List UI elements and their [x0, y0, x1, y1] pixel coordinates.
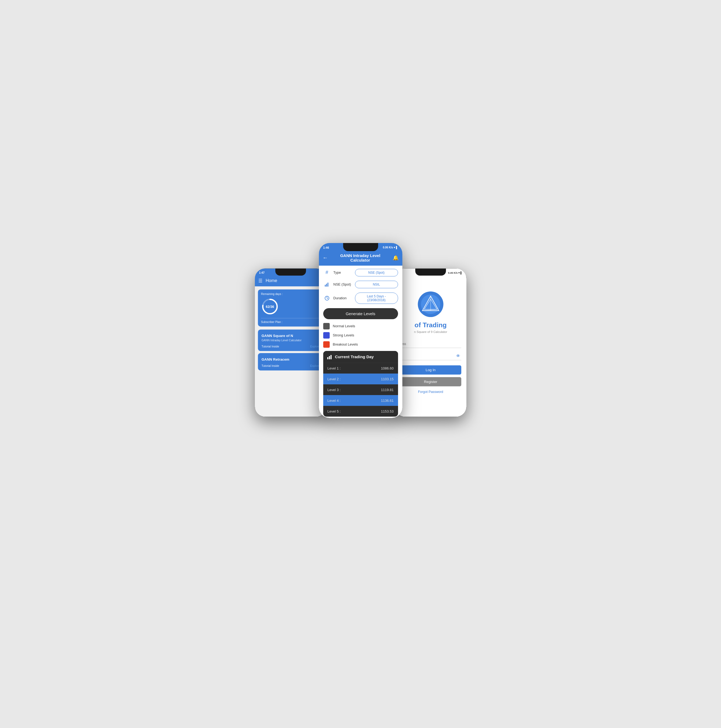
app-subtitle: n Square of 9 Calculator — [414, 330, 447, 333]
trading-card: Current Trading Day Level 1 : 1086.60 Le… — [323, 351, 398, 417]
nse-icon — [323, 281, 331, 288]
wifi-icon-right: ▾ — [458, 271, 460, 274]
svg-rect-3 — [325, 285, 326, 287]
nse-value[interactable]: NSIL — [355, 281, 398, 288]
svg-line-8 — [327, 298, 328, 299]
hamburger-icon[interactable]: ☰ — [259, 278, 262, 283]
wifi-icon: ▾ — [394, 246, 395, 249]
type-label: Type — [334, 271, 352, 275]
phone-center: 1:46 0.06 K/s ▾ ▌ ← GANN Intraday Level … — [319, 243, 403, 418]
time-left: 1:47 — [259, 271, 265, 274]
app-name: of Trading — [415, 321, 447, 329]
duration-label: Duration — [334, 296, 352, 300]
password-input[interactable] — [400, 352, 461, 360]
trading-chart-icon — [327, 354, 332, 359]
password-wrapper: 👁 — [400, 352, 461, 360]
clock-icon — [323, 294, 331, 302]
level-1-label: Level 1 : — [328, 366, 341, 370]
trading-card-title: Current Trading Day — [335, 355, 374, 359]
normal-label: Normal Levels — [333, 324, 355, 328]
nse-label: NSE (Spot) — [334, 282, 352, 286]
login-button[interactable]: Log In — [400, 365, 461, 374]
strong-color-box — [323, 332, 330, 339]
svg-rect-5 — [328, 283, 328, 287]
level-2-value: 1103.15 — [381, 377, 394, 381]
level-3-label: Level 3 : — [328, 388, 341, 392]
level-row-3: Level 3 : 1119.81 — [323, 384, 398, 395]
back-button[interactable]: ← — [323, 255, 328, 261]
signal-center: 0.06 K/s — [383, 246, 393, 249]
explore-link-1[interactable]: Explore — [310, 345, 320, 348]
time-center: 1:46 — [323, 246, 329, 249]
scene: 1:47 📷 ☰ Home Remaining days : 62/36 — [253, 243, 468, 485]
card-gann-footer: Tutorial Inside Explore — [261, 345, 320, 348]
bell-icon[interactable]: 🔔 — [393, 255, 399, 261]
breakout-label: Breakout Levels — [333, 343, 358, 346]
status-icons-right: 0.45 K/s ▾ ▌ — [448, 271, 462, 274]
signal-bar-icon: ▌ — [396, 246, 398, 249]
right-screen: 0.45 K/s ▾ ▌ of Trad — [395, 268, 466, 417]
type-field-row: # Type NSE (Spot) — [323, 269, 398, 277]
status-icons-center: 0.06 K/s ▾ ▌ — [383, 246, 398, 249]
phone-right: 0.45 K/s ▾ ▌ of Trad — [395, 268, 466, 417]
type-value[interactable]: NSE (Spot) — [355, 269, 398, 277]
level-row-2: Level 2 : 1103.15 — [323, 373, 398, 384]
level-2-label: Level 2 : — [328, 377, 341, 381]
legend-normal: Normal Levels — [323, 323, 398, 329]
legend-strong: Strong Levels — [323, 332, 398, 339]
notch-center — [343, 243, 378, 251]
generate-button[interactable]: Generate Levels — [323, 308, 398, 319]
svg-text:62/36: 62/36 — [266, 305, 274, 309]
card-gann-retracement: GANN Retracem Tutorial Inside Explore — [258, 353, 323, 370]
signal-bar-right: ▌ — [461, 271, 462, 274]
level-row-4: Level 4 : 1136.61 — [323, 395, 398, 406]
center-screen: 1:46 0.06 K/s ▾ ▌ ← GANN Intraday Level … — [319, 243, 403, 418]
breakout-color-box — [323, 341, 330, 348]
svg-rect-10 — [329, 356, 330, 359]
notch-left — [275, 268, 306, 275]
signal-right: 0.45 K/s — [448, 271, 458, 274]
duration-field-row: Duration Last 5 Days - (23/08/2018) — [323, 292, 398, 304]
duration-value[interactable]: Last 5 Days - (23/08/2018) — [355, 292, 398, 304]
subscription-card: Remaining days : 62/36 Subscriber Plan : — [258, 289, 323, 326]
type-icon: # — [323, 269, 331, 277]
tutorial-label-2: Tutorial Inside — [261, 364, 279, 367]
normal-color-box — [323, 323, 330, 329]
home-title: Home — [265, 278, 277, 283]
svg-rect-11 — [331, 355, 332, 359]
card-gann-title: GANN Square of N — [261, 333, 320, 338]
center-scroll[interactable]: # Type NSE (Spot) NSE (Spot) — [319, 266, 403, 418]
card-retracement-title: GANN Retracem — [261, 357, 320, 361]
forgot-password-link[interactable]: Forgot Password — [418, 390, 443, 393]
card-retracement-footer: Tutorial Inside Explore — [261, 364, 320, 367]
eye-icon[interactable]: 👁 — [456, 354, 460, 358]
center-content: # Type NSE (Spot) NSE (Spot) — [319, 266, 403, 418]
level-5-value: 1153.53 — [381, 409, 394, 413]
level-row-1: Level 1 : 1086.60 — [323, 363, 398, 373]
email-input[interactable] — [400, 340, 461, 348]
right-content: of Trading n Square of 9 Calculator 👁 Lo… — [395, 276, 466, 399]
nse-field-row: NSE (Spot) NSIL — [323, 281, 398, 288]
subscriber-plan: Subscriber Plan : — [261, 318, 320, 323]
phone-left: 1:47 📷 ☰ Home Remaining days : 62/36 — [255, 268, 326, 417]
center-title: GANN Intraday Level Calculator — [331, 253, 390, 262]
remaining-days-label: Remaining days : — [261, 292, 320, 295]
tutorial-label-1: Tutorial Inside — [261, 345, 279, 348]
svg-rect-4 — [326, 284, 327, 287]
logo-svg — [420, 294, 441, 314]
explore-link-2[interactable]: Explore — [310, 364, 320, 367]
center-header: ← GANN Intraday Level Calculator 🔔 — [319, 251, 403, 266]
level-row-5: Level 5 : 1153.53 — [323, 406, 398, 417]
level-5-label: Level 5 : — [328, 409, 341, 413]
legend-breakout: Breakout Levels — [323, 341, 398, 348]
logo-circle — [418, 292, 443, 317]
strong-label: Strong Levels — [333, 333, 354, 337]
svg-rect-9 — [327, 357, 328, 359]
level-4-value: 1136.61 — [381, 399, 394, 402]
level-1-value: 1086.60 — [381, 366, 394, 370]
level-3-value: 1119.81 — [381, 388, 394, 392]
register-button[interactable]: Register — [400, 377, 461, 386]
card-gann-square: GANN Square of N GANN Intraday Level Cal… — [258, 329, 323, 351]
left-screen: 1:47 📷 ☰ Home Remaining days : 62/36 — [255, 268, 326, 417]
trading-card-header: Current Trading Day — [323, 351, 398, 363]
